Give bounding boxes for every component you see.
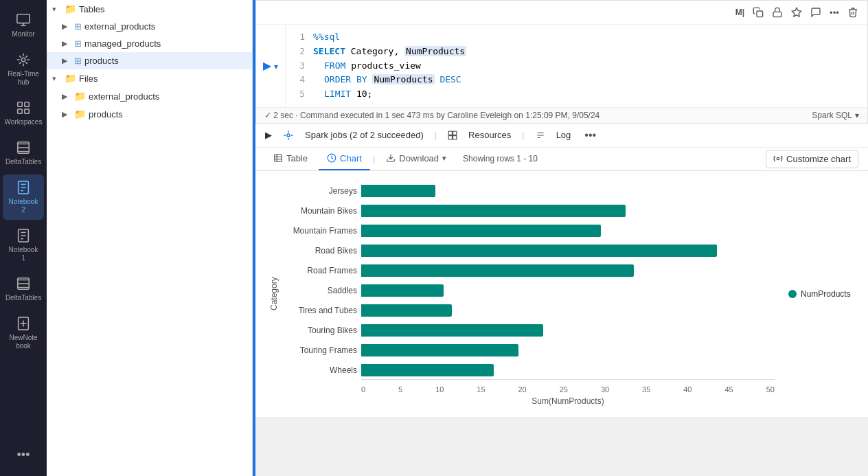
ext-prod-chevron: ▶ [62,22,71,31]
delete-cell-btn[interactable] [845,5,860,20]
bar-fill [361,225,601,237]
sidebar-item-delta-tables-1[interactable]: DeltaTables [3,135,44,172]
more-cell-btn[interactable]: ••• [827,5,841,20]
files-folder-icon-1: 📁 [74,91,86,102]
pin-cell-btn[interactable] [789,5,804,20]
sidebar-item-notebook1[interactable]: Notebook 1 [3,223,44,268]
svg-rect-21 [757,11,763,17]
code-line-1: 1%%sql [294,30,859,45]
bar-label: Tires and Tubes [282,306,357,315]
bar-track [361,284,775,297]
bar-fill [361,245,717,257]
svg-rect-27 [453,136,457,139]
legend-label-numproducts: NumProducts [801,289,851,299]
limit-keyword: LIMIT [324,89,351,99]
legend-dot-numproducts [788,290,797,298]
tables-folder-icon: 📁 [65,3,76,14]
tables-section[interactable]: ▾ 📁 Tables [47,0,252,18]
order-numproducts: NumProducts [372,74,434,84]
spark-more-btn[interactable]: ••• [582,128,599,143]
bar-track [361,344,775,356]
run-cell-btn[interactable]: ▶ [262,58,273,73]
lock-cell-btn[interactable] [770,5,785,20]
x-tick: 15 [477,385,485,394]
external-products-table[interactable]: ▶ ⊞ external_products [47,18,252,35]
x-tick: 10 [435,385,444,394]
external-products-label: external_products [84,21,155,32]
x-tick: 35 [642,385,650,394]
files-prod-chevron: ▶ [62,110,71,119]
sidebar-item-monitor[interactable]: Monitor [3,7,44,44]
desc-keyword: DESC [439,74,461,84]
x-tick: 0 [361,385,365,394]
tab-chart[interactable]: Chart [319,148,370,170]
x-tick: 30 [601,385,609,394]
spark-jobs-bar: ▶ Spark jobs (2 of 2 succeeded) | Resour… [255,124,868,148]
status-ok-icon: ✓ [264,111,271,120]
svg-point-31 [777,158,779,161]
bar-track [361,324,775,337]
comment-cell-btn[interactable] [808,5,823,20]
customize-chart-btn[interactable]: Customize chart [766,150,858,168]
code-cell: M| ••• ▶ ▾ [255,0,868,124]
files-folder-icon-2: 📁 [74,109,86,120]
bar-row: Touring Bikes [282,321,775,339]
log-icon [536,131,545,140]
svg-rect-25 [453,131,457,135]
engine-selector[interactable]: Spark SQL ▾ [812,111,859,120]
code-editor[interactable]: 1%%sql 2SELECT Category, NumProducts 3FR… [286,25,867,107]
output-tabs: Table Chart | Download ▾ Showing rows 1 … [255,148,868,171]
sidebar-item-new-notebook[interactable]: NewNote book [3,310,44,356]
files-products[interactable]: ▶ 📁 products [47,105,252,123]
download-tab-icon [386,153,396,163]
notebook-area: M| ••• ▶ ▾ [255,0,868,476]
sidebar-item-delta-tables-2[interactable]: DeltaTables [3,271,44,308]
bar-label: Touring Frames [282,345,357,355]
x-axis-label: Sum(NumProducts) [361,396,775,406]
bar-row: Mountain Bikes [282,202,775,220]
sql-magic: %%sql [313,32,340,42]
bar-label: Road Bikes [282,246,357,256]
bar-track [361,185,775,197]
delta-tables-1-label: DeltaTables [5,158,41,166]
managed-products-table[interactable]: ▶ ⊞ managed_products [47,35,252,52]
sidebar-item-workspaces[interactable]: Workspaces [3,95,44,132]
files-section[interactable]: ▾ 📁 Files [47,69,252,87]
engine-chevron: ▾ [855,111,859,120]
tab-download[interactable]: Download ▾ [378,148,455,170]
spark-jobs-label: Spark jobs (2 of 2 succeeded) [305,130,424,140]
chart-tab-icon [327,153,336,163]
files-folder-icon: 📁 [65,73,76,84]
markdown-btn[interactable]: M| [733,5,746,19]
bars-area: Jerseys Mountain Bikes Mountain Frames R… [282,182,775,379]
code-line-4: 4ORDER BY NumProducts DESC [294,73,859,87]
products-label: products [84,56,119,66]
bar-track [361,364,775,376]
collapse-btn[interactable]: ▾ [273,60,279,73]
sidebar-item-notebook2[interactable]: Notebook 2 [3,174,44,220]
sidebar-item-real-time-hub[interactable]: Real-Time hub [3,47,44,92]
bar-row: Tires and Tubes [282,302,775,319]
products-table[interactable]: ▶ ⊞ products [47,52,252,69]
bar-track [361,304,775,317]
table-tab-icon [273,153,283,163]
sidebar-more-btn[interactable]: ••• [3,442,44,468]
resources-label[interactable]: Resources [468,130,511,140]
bar-label: Wheels [282,365,357,375]
bar-row: Touring Frames [282,341,775,359]
tab-chart-label: Chart [340,153,362,163]
bar-row: Road Bikes [282,242,775,260]
files-external-products[interactable]: ▶ 📁 external_products [47,87,252,105]
y-axis-label: Category [266,182,282,406]
x-tick: 40 [683,385,692,394]
x-tick: 50 [766,385,775,394]
line-num-1: 1 [294,30,305,45]
bar-row: Mountain Frames [282,222,775,240]
code-line-5: 5LIMIT 10; [294,87,859,102]
expand-spark-icon[interactable]: ▶ [265,130,272,140]
sep1: | [435,130,437,140]
x-tick: 20 [518,385,527,394]
tab-table[interactable]: Table [265,148,316,170]
log-label[interactable]: Log [556,130,571,140]
copy-cell-btn[interactable] [751,5,766,20]
